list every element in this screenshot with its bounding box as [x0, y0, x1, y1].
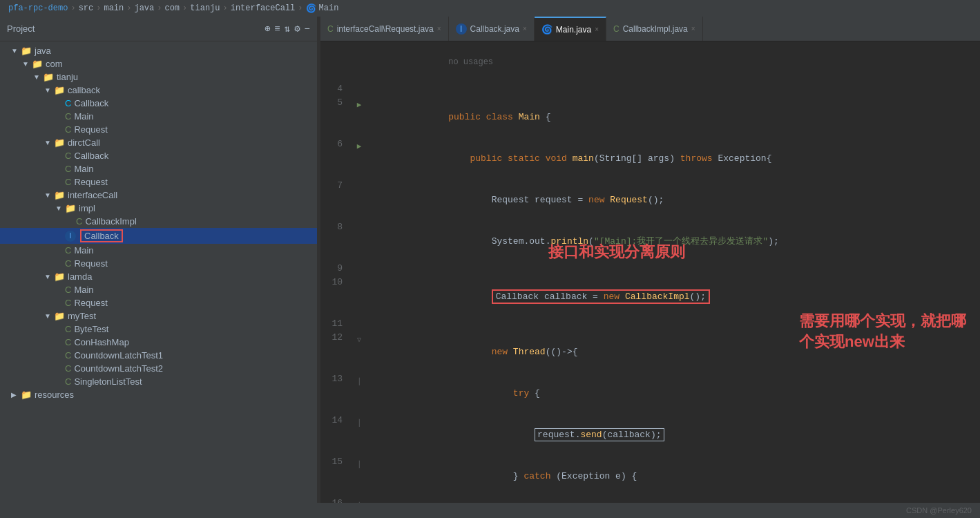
- sidebar-item-lamda-folder[interactable]: ▼ 📁 lamda: [0, 270, 317, 283]
- tab-close-icon[interactable]: ×: [691, 25, 695, 32]
- sidebar-item-dirctcall-main[interactable]: C Main: [0, 162, 317, 175]
- run-arrow-icon[interactable]: ▶: [357, 142, 362, 151]
- sidebar-item-com[interactable]: ▼ 📁 com: [0, 57, 317, 70]
- table-row: 13 │ try {: [320, 373, 980, 414]
- tree-label: tianju: [57, 72, 78, 82]
- line-number: 5: [320, 97, 351, 138]
- line-number: 12: [320, 332, 351, 373]
- sidebar-item-countdownlatchtest1[interactable]: C CountdownLatchTest1: [0, 349, 317, 362]
- sidebar-item-lamda-main[interactable]: C Main: [0, 283, 317, 296]
- tree-label: ByteTest: [74, 324, 108, 334]
- editor-area: C interfaceCall\Request.java × I Callbac…: [320, 17, 980, 503]
- sidebar-item-callback-request[interactable]: C Request: [0, 123, 317, 136]
- breadcrumb-src[interactable]: src: [79, 3, 94, 13]
- sidebar-item-callback-callback[interactable]: C Callback: [0, 97, 317, 110]
- sidebar-item-dirctcall-request[interactable]: C Request: [0, 175, 317, 189]
- gutter: │: [351, 497, 367, 503]
- breadcrumb-main[interactable]: main: [104, 3, 124, 13]
- tab-close-icon[interactable]: ×: [595, 26, 599, 33]
- class-icon: C: [65, 98, 71, 108]
- sidebar-item-dirctcall-folder[interactable]: ▼ 📁 dirctCall: [0, 136, 317, 149]
- tab-icon: C: [327, 24, 334, 34]
- interface-icon: I: [65, 230, 76, 242]
- class-icon: C: [76, 216, 82, 227]
- line-number: 10: [320, 276, 351, 318]
- code-line: Callback callback = new CallbackImpl();: [367, 276, 980, 318]
- tab-close-icon[interactable]: ×: [523, 25, 527, 32]
- tree-label: lamda: [68, 271, 92, 282]
- breadcrumb-icon: 🌀: [306, 3, 316, 14]
- sidebar-item-dirctcall-callback[interactable]: C Callback: [0, 149, 317, 162]
- folder-icon: 📁: [21, 390, 32, 400]
- sidebar-title: Project: [7, 23, 35, 34]
- sidebar-locate-icon[interactable]: ⊕: [265, 23, 270, 35]
- sidebar-item-callback-main[interactable]: C Main: [0, 110, 317, 123]
- sidebar-collapse-icon[interactable]: ≡: [274, 23, 280, 35]
- sidebar-item-java[interactable]: ▼ 📁 java: [0, 44, 317, 57]
- fold-icon[interactable]: ▽: [357, 336, 361, 344]
- tab-icon: 🌀: [541, 24, 553, 35]
- code-editor[interactable]: no usages 4 5 ▶: [320, 41, 980, 503]
- breadcrumb-tianju[interactable]: tianju: [190, 3, 220, 13]
- sidebar-settings-icon[interactable]: ⚙: [294, 23, 300, 35]
- sidebar-sort-icon[interactable]: ⇅: [285, 23, 290, 35]
- class-icon: C: [65, 376, 71, 387]
- sidebar-item-impl-folder[interactable]: ▼ 📁 impl: [0, 202, 317, 215]
- sidebar-item-tianju[interactable]: ▼ 📁 tianju: [0, 70, 317, 84]
- sidebar-item-interfacecall-main[interactable]: C Main: [0, 244, 317, 257]
- tree-label: resources: [35, 390, 74, 400]
- gutter: [351, 221, 367, 262]
- tree-label: Request: [74, 258, 107, 269]
- sidebar-item-countdownlatchtest2[interactable]: C CountdownLatchTest2: [0, 362, 317, 375]
- sidebar-item-conhashmap[interactable]: C ConHashMap: [0, 336, 317, 349]
- folder-icon: 📁: [21, 46, 32, 56]
- arrow-icon: ▼: [44, 273, 54, 280]
- sidebar-item-singletonlisttest[interactable]: C SingletonListTest: [0, 375, 317, 388]
- tree-label: Request: [74, 124, 107, 135]
- tab-main[interactable]: 🌀 Main.java ×: [535, 17, 606, 41]
- sidebar-item-interfacecall-request[interactable]: C Request: [0, 257, 317, 270]
- tab-close-icon[interactable]: ×: [437, 25, 441, 32]
- gutter: [351, 41, 367, 83]
- sidebar-item-bytetest[interactable]: C ByteTest: [0, 323, 317, 336]
- arrow-icon: ▼: [55, 204, 65, 212]
- gutter: [351, 180, 367, 221]
- run-arrow-icon[interactable]: ▶: [357, 101, 362, 109]
- gutter: [351, 83, 367, 97]
- sidebar: Project ⊕ ≡ ⇅ ⚙ − ▼ 📁 java ▼ 📁 co: [0, 17, 318, 503]
- sidebar-item-callback-folder[interactable]: ▼ 📁 callback: [0, 84, 317, 97]
- gutter: ▽: [351, 332, 367, 373]
- line-number: 8: [320, 221, 351, 262]
- sidebar-item-mytest-folder[interactable]: ▼ 📁 myTest: [0, 309, 317, 323]
- tree-label: com: [46, 59, 63, 69]
- tab-request[interactable]: C interfaceCall\Request.java ×: [320, 17, 449, 41]
- folder-icon: 📁: [54, 311, 65, 321]
- code-line: throw new RuntimeException(e);: [367, 497, 980, 503]
- status-bar: CSDN @Perley620: [0, 503, 980, 518]
- sidebar-item-callbackimpl[interactable]: C CallbackImpl: [0, 215, 317, 228]
- sidebar-close-icon[interactable]: −: [305, 23, 310, 35]
- class-icon: C: [65, 245, 71, 256]
- tree-label: Request: [74, 298, 107, 308]
- line-number: 9: [320, 262, 351, 276]
- sidebar-item-resources[interactable]: ▶ 📁 resources: [0, 388, 317, 401]
- tab-callback[interactable]: I Callback.java ×: [449, 17, 535, 41]
- tree-label: CountdownLatchTest2: [74, 363, 163, 374]
- class-icon: C: [65, 164, 71, 174]
- tree-label: Callback: [74, 151, 108, 161]
- tab-callbackimpl[interactable]: C CallbackImpl.java ×: [606, 17, 703, 41]
- breadcrumb-interfacecall[interactable]: interfaceCall: [231, 3, 296, 13]
- arrow-icon: ▶: [11, 391, 21, 399]
- sidebar-item-lamda-request[interactable]: C Request: [0, 296, 317, 309]
- folder-icon: 📁: [54, 190, 65, 200]
- sidebar-item-interfacecall-folder[interactable]: ▼ 📁 interfaceCall: [0, 189, 317, 202]
- line-number: 16: [320, 497, 351, 503]
- gutter: │: [351, 373, 367, 414]
- folder-icon: 📁: [54, 137, 65, 148]
- tree-label: SingletonListTest: [74, 376, 142, 387]
- breadcrumb-java[interactable]: java: [134, 3, 154, 13]
- arrow-icon: ▼: [33, 73, 43, 81]
- sidebar-item-interfacecall-callback[interactable]: I Callback: [0, 228, 317, 244]
- breadcrumb-com[interactable]: com: [164, 3, 180, 13]
- breadcrumb-project[interactable]: pfa-rpc-demo: [8, 3, 68, 13]
